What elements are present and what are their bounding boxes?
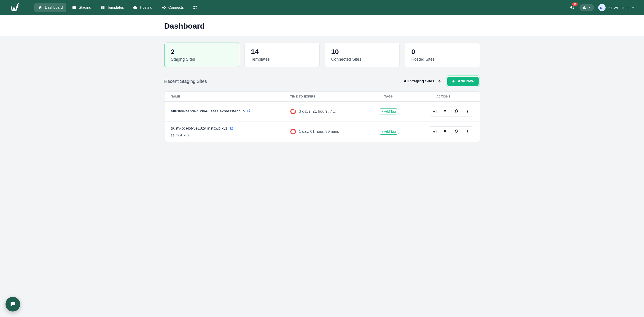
- more-button[interactable]: [462, 106, 473, 117]
- stat-card-staging[interactable]: 2 Staging Sites: [164, 43, 240, 67]
- cloud-icon: [133, 5, 138, 10]
- site-link[interactable]: effusive-zebra-d8da43.sites.expresstech.…: [171, 109, 245, 114]
- cube-icon: [72, 5, 76, 10]
- topbar: Dashboard Staging Templates Hosting Conn…: [0, 0, 644, 15]
- col-name: NAME: [171, 95, 290, 98]
- link-text: All Staging Sites: [404, 79, 434, 84]
- page-title: Dashboard: [164, 22, 480, 31]
- nav-label: Dashboard: [45, 6, 63, 10]
- stat-value: 2: [171, 48, 233, 56]
- more-vertical-icon: [465, 129, 470, 134]
- user-menu[interactable]: ET ET WP Team: [598, 4, 635, 11]
- flag-button[interactable]: [440, 127, 451, 137]
- nav-label: Staging: [79, 6, 91, 10]
- add-tag-button[interactable]: + Add Tag: [378, 109, 399, 114]
- svg-point-8: [467, 110, 468, 111]
- toggle-icon: [162, 5, 166, 10]
- col-tags: TAGS: [364, 95, 414, 98]
- stat-card-templates[interactable]: 14 Templates: [244, 43, 320, 67]
- flag-button[interactable]: [440, 106, 451, 117]
- svg-rect-3: [196, 6, 197, 7]
- nav-staging[interactable]: Staging: [68, 3, 95, 12]
- svg-rect-13: [171, 136, 172, 136]
- stat-label: Connected Sites: [331, 57, 393, 62]
- expire-cell: 3 days, 21 hours, 7 ...: [290, 109, 364, 114]
- sites-table: NAME TIME TO EXPIRE TAGS ACTIONS effusiv…: [164, 91, 480, 142]
- row-actions: [429, 126, 473, 137]
- usage-dropdown[interactable]: [580, 4, 594, 11]
- flag-icon: [443, 129, 448, 134]
- subline-text: Test_viraj: [176, 133, 190, 137]
- svg-point-17: [467, 133, 468, 133]
- stats-row: 2 Staging Sites 14 Templates 10 Connecte…: [164, 43, 480, 67]
- svg-rect-5: [583, 7, 584, 9]
- countdown-ring-icon: [290, 109, 296, 114]
- bar-chart-icon: [582, 6, 586, 10]
- page-header: Dashboard: [0, 15, 644, 36]
- rocket-icon: [454, 129, 459, 134]
- section-title: Recent Staging Sites: [164, 79, 207, 84]
- site-subline: Test_viraj: [171, 133, 290, 137]
- stat-label: Staging Sites: [171, 57, 233, 62]
- template-icon: [171, 134, 174, 137]
- main-nav: Dashboard Staging Templates Hosting Conn…: [34, 3, 201, 12]
- plus-icon: [451, 79, 456, 83]
- rocket-icon: [454, 109, 459, 114]
- site-link[interactable]: trusty-ocelot-5e182a.instawp.xyz: [171, 126, 228, 131]
- stat-card-connected[interactable]: 10 Connected Sites: [325, 43, 400, 67]
- svg-rect-4: [194, 8, 195, 10]
- home-icon: [38, 5, 42, 10]
- more-vertical-icon: [465, 109, 470, 114]
- svg-rect-12: [173, 134, 174, 135]
- expire-text: 1 day, 01 hour, 39 mins: [299, 129, 339, 134]
- nav-label: Templates: [107, 6, 124, 10]
- col-expire: TIME TO EXPIRE: [290, 95, 364, 98]
- expire-cell: 1 day, 01 hour, 39 mins: [290, 129, 364, 134]
- user-name: ET WP Team: [608, 6, 628, 10]
- login-icon: [432, 109, 437, 114]
- nav-label: Connects: [168, 6, 184, 10]
- all-staging-sites-link[interactable]: All Staging Sites: [404, 79, 441, 84]
- stat-value: 10: [331, 48, 393, 56]
- svg-point-16: [467, 131, 468, 132]
- nav-dashboard[interactable]: Dashboard: [34, 3, 66, 12]
- nav-apps[interactable]: [189, 3, 201, 12]
- stat-value: 0: [411, 48, 473, 56]
- launch-button[interactable]: [451, 127, 462, 137]
- add-tag-button[interactable]: + Add Tag: [378, 129, 399, 135]
- stat-card-hosted[interactable]: 0 Hosted Sites: [405, 43, 480, 67]
- nav-connects[interactable]: Connects: [158, 3, 188, 12]
- topbar-right: 10 ET ET WP Team: [570, 4, 635, 11]
- table-row: trusty-ocelot-5e182a.instawp.xyz Test_vi…: [164, 122, 480, 142]
- chevron-down-icon: [588, 6, 592, 9]
- login-button[interactable]: [429, 106, 440, 117]
- svg-rect-11: [171, 134, 172, 135]
- svg-rect-14: [173, 136, 174, 136]
- nav-templates[interactable]: Templates: [97, 3, 128, 12]
- stat-label: Hosted Sites: [411, 57, 473, 62]
- launch-button[interactable]: [451, 106, 462, 117]
- add-new-button[interactable]: Add New: [447, 77, 478, 86]
- nav-label: Hosting: [140, 6, 152, 10]
- expire-text: 3 days, 21 hours, 7 ...: [299, 109, 336, 114]
- login-button[interactable]: [429, 127, 440, 137]
- svg-rect-7: [585, 8, 586, 9]
- svg-point-9: [467, 111, 468, 112]
- external-link-icon[interactable]: [247, 109, 250, 114]
- svg-rect-6: [584, 6, 585, 9]
- countdown-ring-icon: [290, 129, 296, 134]
- table-row: effusive-zebra-d8da43.sites.expresstech.…: [164, 102, 480, 122]
- stat-value: 14: [251, 48, 313, 56]
- notification-count: 10: [572, 3, 578, 6]
- col-actions: ACTIONS: [414, 95, 473, 98]
- svg-point-15: [467, 130, 468, 131]
- notifications-button[interactable]: 10: [570, 4, 575, 11]
- section-head: Recent Staging Sites All Staging Sites A…: [164, 75, 480, 87]
- button-label: Add New: [458, 79, 474, 84]
- row-actions: [429, 106, 473, 117]
- apps-grid-icon: [193, 5, 198, 10]
- nav-hosting[interactable]: Hosting: [129, 3, 156, 12]
- logo[interactable]: [9, 3, 20, 12]
- external-link-icon[interactable]: [230, 127, 233, 131]
- more-button[interactable]: [462, 127, 473, 137]
